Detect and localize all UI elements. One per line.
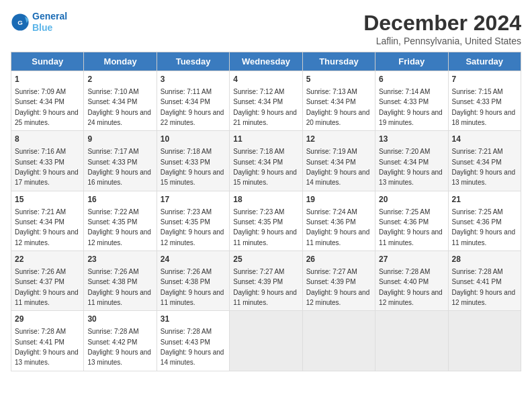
day-cell: 25Sunrise: 7:27 AM Sunset: 4:39 PM Dayli… xyxy=(230,251,302,311)
day-cell: 17Sunrise: 7:23 AM Sunset: 4:35 PM Dayli… xyxy=(157,191,229,250)
dow-header-sunday: Sunday xyxy=(11,52,84,71)
day-info: Sunrise: 7:22 AM Sunset: 4:35 PM Dayligh… xyxy=(87,208,151,246)
day-cell: 1Sunrise: 7:09 AM Sunset: 4:34 PM Daylig… xyxy=(11,71,84,131)
day-number: 12 xyxy=(306,134,371,145)
day-info: Sunrise: 7:21 AM Sunset: 4:34 PM Dayligh… xyxy=(452,148,516,186)
month-title: December 2024 xyxy=(363,11,521,36)
day-cell: 30Sunrise: 7:28 AM Sunset: 4:42 PM Dayli… xyxy=(84,311,157,371)
day-info: Sunrise: 7:27 AM Sunset: 4:39 PM Dayligh… xyxy=(306,268,370,306)
day-info: Sunrise: 7:18 AM Sunset: 4:34 PM Dayligh… xyxy=(233,148,297,186)
day-cell xyxy=(230,311,302,371)
day-info: Sunrise: 7:09 AM Sunset: 4:34 PM Dayligh… xyxy=(15,88,79,126)
day-number: 17 xyxy=(161,194,226,205)
day-cell: 21Sunrise: 7:25 AM Sunset: 4:36 PM Dayli… xyxy=(448,191,521,250)
day-number: 25 xyxy=(233,254,298,265)
day-cell xyxy=(448,311,521,371)
day-cell: 22Sunrise: 7:26 AM Sunset: 4:37 PM Dayli… xyxy=(11,251,84,311)
day-number: 4 xyxy=(233,74,298,85)
day-number: 22 xyxy=(15,254,80,265)
day-cell: 24Sunrise: 7:26 AM Sunset: 4:38 PM Dayli… xyxy=(157,251,229,311)
day-cell: 14Sunrise: 7:21 AM Sunset: 4:34 PM Dayli… xyxy=(448,131,521,191)
day-cell: 20Sunrise: 7:25 AM Sunset: 4:36 PM Dayli… xyxy=(375,191,448,250)
day-number: 29 xyxy=(15,314,80,325)
day-info: Sunrise: 7:13 AM Sunset: 4:34 PM Dayligh… xyxy=(306,88,370,126)
day-number: 30 xyxy=(87,314,152,325)
day-cell: 2Sunrise: 7:10 AM Sunset: 4:34 PM Daylig… xyxy=(84,71,157,131)
day-info: Sunrise: 7:11 AM Sunset: 4:34 PM Dayligh… xyxy=(161,88,224,126)
day-number: 21 xyxy=(452,194,517,205)
day-cell: 18Sunrise: 7:23 AM Sunset: 4:35 PM Dayli… xyxy=(230,191,302,250)
calendar-table: SundayMondayTuesdayWednesdayThursdayFrid… xyxy=(11,52,521,371)
day-info: Sunrise: 7:23 AM Sunset: 4:35 PM Dayligh… xyxy=(161,208,224,246)
day-info: Sunrise: 7:15 AM Sunset: 4:33 PM Dayligh… xyxy=(452,88,516,126)
day-number: 11 xyxy=(233,134,298,145)
day-cell xyxy=(302,311,375,371)
day-cell: 8Sunrise: 7:16 AM Sunset: 4:33 PM Daylig… xyxy=(11,131,84,191)
day-number: 20 xyxy=(379,194,444,205)
day-number: 19 xyxy=(306,194,371,205)
dow-header-tuesday: Tuesday xyxy=(157,52,229,71)
day-number: 31 xyxy=(161,314,226,325)
day-number: 1 xyxy=(15,74,80,85)
logo-icon: G xyxy=(11,13,30,32)
day-cell: 11Sunrise: 7:18 AM Sunset: 4:34 PM Dayli… xyxy=(230,131,302,191)
dow-header-thursday: Thursday xyxy=(302,52,375,71)
day-number: 15 xyxy=(15,194,80,205)
day-info: Sunrise: 7:28 AM Sunset: 4:40 PM Dayligh… xyxy=(379,268,443,306)
day-info: Sunrise: 7:16 AM Sunset: 4:33 PM Dayligh… xyxy=(15,148,79,186)
day-number: 24 xyxy=(161,254,226,265)
day-number: 16 xyxy=(87,194,152,205)
day-info: Sunrise: 7:28 AM Sunset: 4:43 PM Dayligh… xyxy=(161,328,224,366)
dow-header-wednesday: Wednesday xyxy=(230,52,302,71)
dow-header-monday: Monday xyxy=(84,52,157,71)
day-number: 18 xyxy=(233,194,298,205)
day-info: Sunrise: 7:25 AM Sunset: 4:36 PM Dayligh… xyxy=(452,208,516,246)
day-cell: 7Sunrise: 7:15 AM Sunset: 4:33 PM Daylig… xyxy=(448,71,521,131)
day-number: 7 xyxy=(452,74,517,85)
day-info: Sunrise: 7:21 AM Sunset: 4:34 PM Dayligh… xyxy=(15,208,79,246)
location: Laflin, Pennsylvania, United States xyxy=(363,36,521,46)
day-cell: 3Sunrise: 7:11 AM Sunset: 4:34 PM Daylig… xyxy=(157,71,229,131)
week-row-1: 1Sunrise: 7:09 AM Sunset: 4:34 PM Daylig… xyxy=(11,71,521,131)
dow-header-friday: Friday xyxy=(375,52,448,71)
day-info: Sunrise: 7:18 AM Sunset: 4:33 PM Dayligh… xyxy=(161,148,224,186)
day-info: Sunrise: 7:23 AM Sunset: 4:35 PM Dayligh… xyxy=(233,208,297,246)
day-info: Sunrise: 7:24 AM Sunset: 4:36 PM Dayligh… xyxy=(306,208,370,246)
day-number: 13 xyxy=(379,134,444,145)
day-info: Sunrise: 7:28 AM Sunset: 4:41 PM Dayligh… xyxy=(15,328,79,366)
day-info: Sunrise: 7:25 AM Sunset: 4:36 PM Dayligh… xyxy=(379,208,443,246)
day-cell: 12Sunrise: 7:19 AM Sunset: 4:34 PM Dayli… xyxy=(302,131,375,191)
day-cell: 4Sunrise: 7:12 AM Sunset: 4:34 PM Daylig… xyxy=(230,71,302,131)
day-cell: 5Sunrise: 7:13 AM Sunset: 4:34 PM Daylig… xyxy=(302,71,375,131)
day-info: Sunrise: 7:28 AM Sunset: 4:41 PM Dayligh… xyxy=(452,268,516,306)
logo: G General Blue xyxy=(11,11,67,34)
day-number: 23 xyxy=(87,254,152,265)
day-cell: 28Sunrise: 7:28 AM Sunset: 4:41 PM Dayli… xyxy=(448,251,521,311)
day-info: Sunrise: 7:19 AM Sunset: 4:34 PM Dayligh… xyxy=(306,148,370,186)
days-of-week-row: SundayMondayTuesdayWednesdayThursdayFrid… xyxy=(11,52,521,71)
week-row-2: 8Sunrise: 7:16 AM Sunset: 4:33 PM Daylig… xyxy=(11,131,521,191)
day-cell: 9Sunrise: 7:17 AM Sunset: 4:33 PM Daylig… xyxy=(84,131,157,191)
day-number: 2 xyxy=(87,74,152,85)
day-number: 6 xyxy=(379,74,444,85)
day-number: 26 xyxy=(306,254,371,265)
day-number: 9 xyxy=(87,134,152,145)
day-cell: 16Sunrise: 7:22 AM Sunset: 4:35 PM Dayli… xyxy=(84,191,157,250)
day-info: Sunrise: 7:12 AM Sunset: 4:34 PM Dayligh… xyxy=(233,88,297,126)
day-info: Sunrise: 7:10 AM Sunset: 4:34 PM Dayligh… xyxy=(87,88,151,126)
day-cell: 27Sunrise: 7:28 AM Sunset: 4:40 PM Dayli… xyxy=(375,251,448,311)
day-info: Sunrise: 7:17 AM Sunset: 4:33 PM Dayligh… xyxy=(87,148,151,186)
logo-text: General Blue xyxy=(32,11,67,34)
title-area: December 2024 Laflin, Pennsylvania, Unit… xyxy=(363,11,521,46)
week-row-4: 22Sunrise: 7:26 AM Sunset: 4:37 PM Dayli… xyxy=(11,251,521,311)
week-row-5: 29Sunrise: 7:28 AM Sunset: 4:41 PM Dayli… xyxy=(11,311,521,371)
day-info: Sunrise: 7:26 AM Sunset: 4:37 PM Dayligh… xyxy=(15,268,79,306)
day-info: Sunrise: 7:26 AM Sunset: 4:38 PM Dayligh… xyxy=(87,268,151,306)
day-cell: 6Sunrise: 7:14 AM Sunset: 4:33 PM Daylig… xyxy=(375,71,448,131)
day-info: Sunrise: 7:26 AM Sunset: 4:38 PM Dayligh… xyxy=(161,268,224,306)
day-info: Sunrise: 7:20 AM Sunset: 4:34 PM Dayligh… xyxy=(379,148,443,186)
day-cell: 23Sunrise: 7:26 AM Sunset: 4:38 PM Dayli… xyxy=(84,251,157,311)
day-number: 10 xyxy=(161,134,226,145)
day-number: 5 xyxy=(306,74,371,85)
day-cell: 15Sunrise: 7:21 AM Sunset: 4:34 PM Dayli… xyxy=(11,191,84,250)
